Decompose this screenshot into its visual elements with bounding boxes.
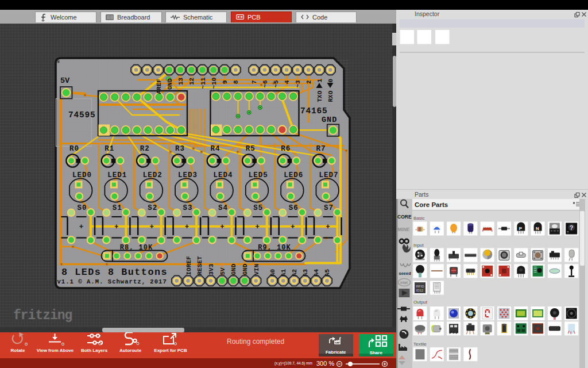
svg-text:A5: A5 [324, 269, 331, 277]
svg-text:+: + [291, 223, 295, 231]
svg-text:S6: S6 [289, 204, 299, 212]
svg-text:0: 0 [327, 79, 334, 83]
svg-text:+: + [256, 223, 260, 231]
svg-text:GND: GND [242, 263, 249, 275]
svg-text:LED7: LED7 [319, 171, 339, 179]
svg-text:?: ? [567, 231, 568, 234]
svg-text:intel: intel [400, 281, 408, 285]
svg-text:A0: A0 [269, 269, 276, 277]
svg-text:CORE: CORE [397, 214, 412, 220]
svg-text:Output: Output [413, 300, 428, 305]
svg-text:A3: A3 [302, 269, 309, 277]
svg-text:4: 4 [284, 80, 291, 84]
svg-text:GND: GND [322, 116, 337, 124]
svg-text:S7: S7 [324, 204, 334, 212]
svg-text:A1: A1 [280, 269, 287, 277]
svg-text:+: + [220, 223, 225, 231]
svg-text:5V: 5V [219, 267, 226, 275]
svg-text:74595: 74595 [68, 110, 96, 120]
svg-text:MINE: MINE [398, 227, 411, 232]
svg-text:Parts: Parts [415, 191, 429, 198]
svg-text:1: 1 [316, 79, 323, 83]
svg-text:S0: S0 [77, 204, 87, 212]
svg-text:R3: R3 [175, 145, 185, 153]
svg-text:R4: R4 [210, 145, 220, 153]
svg-text:AREF: AREF [156, 79, 163, 94]
svg-text:9: 9 [222, 80, 229, 84]
svg-text:RFID: RFID [416, 285, 425, 288]
svg-text:R5: R5 [246, 145, 256, 153]
svg-text:S5: S5 [253, 204, 263, 212]
svg-text:S2: S2 [148, 204, 157, 212]
svg-text:8: 8 [233, 80, 239, 84]
svg-text:LED6: LED6 [284, 171, 303, 179]
svg-text:+: + [79, 223, 84, 231]
svg-text:+: + [326, 223, 330, 231]
svg-text:R6: R6 [281, 145, 291, 153]
svg-text:TXO: TXO [316, 90, 323, 102]
svg-text:LED3: LED3 [178, 171, 198, 179]
svg-text:~6: ~6 [262, 80, 269, 87]
svg-text:GND: GND [230, 263, 237, 275]
svg-text:3V3: 3V3 [208, 263, 215, 275]
svg-text:13: 13 [177, 77, 184, 85]
svg-text:~11: ~11 [200, 77, 207, 89]
svg-text:v1.1 © A.M. Schwartz, 2017: v1.1 © A.M. Schwartz, 2017 [57, 278, 167, 285]
svg-text:R0: R0 [69, 145, 79, 153]
svg-text:IOREF: IOREF [185, 256, 192, 275]
svg-text:LED4: LED4 [213, 171, 233, 179]
svg-text:RESET: RESET [196, 256, 203, 275]
svg-text:LED5: LED5 [249, 171, 268, 179]
svg-text:74165: 74165 [300, 106, 328, 116]
svg-text:RXO: RXO [327, 90, 334, 102]
svg-text:~10: ~10 [211, 78, 218, 89]
svg-text:R7: R7 [316, 145, 326, 153]
svg-text:ID12: ID12 [416, 289, 424, 292]
svg-text:LED2: LED2 [143, 171, 163, 179]
svg-text:2: 2 [305, 80, 312, 84]
svg-text:N: N [536, 226, 539, 231]
svg-text:S4: S4 [218, 204, 228, 212]
svg-text:5V: 5V [60, 76, 70, 85]
svg-text:R1: R1 [105, 145, 114, 153]
svg-text:seeed: seeed [399, 271, 412, 276]
svg-text:R9, 10K: R9, 10K [258, 244, 291, 252]
svg-text:8 LEDs 8 Buttons: 8 LEDs 8 Buttons [61, 267, 168, 278]
svg-text:LED0: LED0 [72, 171, 92, 179]
svg-text:A2: A2 [291, 269, 298, 277]
svg-text:Textile: Textile [413, 342, 427, 347]
svg-text:GND: GND [167, 78, 173, 90]
svg-text:S1: S1 [113, 204, 122, 212]
svg-text:Inspector: Inspector [415, 10, 440, 17]
svg-text:~5: ~5 [273, 80, 280, 88]
svg-text:?: ? [570, 224, 574, 231]
svg-text:P: P [519, 226, 523, 231]
svg-text:R8, 10K: R8, 10K [120, 244, 153, 252]
svg-text:12: 12 [188, 78, 195, 85]
svg-text:A4: A4 [313, 269, 320, 277]
svg-text:S3: S3 [183, 204, 193, 212]
svg-text:Core Parts: Core Parts [415, 201, 448, 208]
svg-text:~3: ~3 [295, 80, 301, 88]
svg-text:VIN: VIN [253, 264, 260, 275]
svg-text:7: 7 [251, 80, 258, 84]
svg-text:+: + [185, 223, 189, 231]
svg-text:Basic: Basic [413, 216, 425, 221]
svg-text:R2: R2 [140, 145, 150, 153]
svg-text:Input: Input [413, 243, 424, 248]
svg-text:+: + [149, 223, 154, 231]
svg-text:LED1: LED1 [107, 171, 127, 179]
svg-text:+: + [114, 223, 119, 231]
